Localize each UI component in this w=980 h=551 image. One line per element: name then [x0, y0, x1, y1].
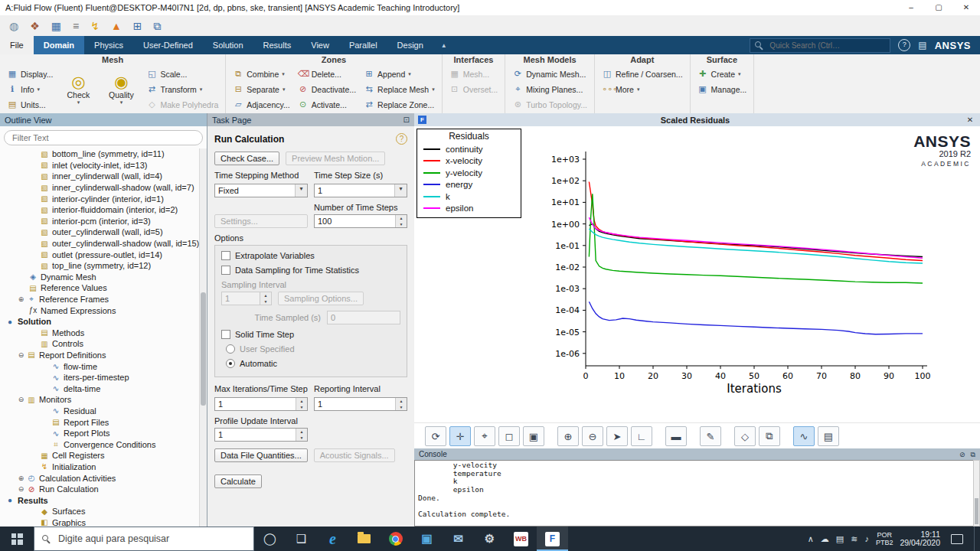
ribbon-tab-solution[interactable]: Solution [203, 36, 253, 54]
outline-item-outer-cylinderwall-shadow-wall-id-15[interactable]: ▧outer_cylinderwall-shadow (wall, id=15) [0, 238, 200, 249]
sphere-icon[interactable]: ◍ [9, 21, 18, 31]
scrollbar-thumb[interactable] [975, 498, 978, 524]
outline-item-convergence-conditions[interactable]: ⌗Convergence Conditions [0, 439, 200, 450]
quick-search-box[interactable] [750, 38, 890, 53]
outline-item-graphics[interactable]: ◧Graphics [0, 517, 200, 527]
quick-search-input[interactable] [768, 41, 885, 51]
edge-icon[interactable]: e [317, 527, 348, 551]
network-icon[interactable]: ≋ [851, 534, 858, 544]
ribbon-button-deactivate[interactable]: ⊘Deactivate... [296, 82, 358, 96]
data-sampling-checkbox[interactable]: Data Sampling for Time Statistics [221, 266, 400, 275]
ribbon-button-replace-mesh[interactable]: ⇆Replace Mesh▾ [362, 82, 436, 96]
outline-item-interior-cylinder-interior-id-1[interactable]: ▧interior-cylinder (interior, id=1) [0, 193, 200, 204]
ribbon-button-adjacency[interactable]: ▱Adjacency... [231, 97, 291, 112]
ribbon-button-replace-zone[interactable]: ⇄Replace Zone... [362, 97, 436, 112]
outline-item-outlet-pressure-outlet-id-14[interactable]: ▧outlet (pressure-outlet, id=14) [0, 249, 200, 260]
minimize-button[interactable]: – [897, 0, 925, 15]
outline-item-run-calculation[interactable]: ⊖⊘Run Calculation [0, 484, 200, 495]
checkbox-icon[interactable] [221, 330, 230, 339]
close-button[interactable]: ✕ [952, 0, 980, 15]
radio-selected-icon[interactable] [226, 359, 235, 368]
outline-item-delta-time[interactable]: ∿delta-time [0, 383, 200, 394]
spinner-arrows-icon[interactable] [296, 398, 307, 410]
photos-icon[interactable]: ▣ [411, 527, 443, 551]
help-icon[interactable]: ? [396, 133, 407, 145]
outline-item-residual[interactable]: ∿Residual [0, 406, 200, 417]
chevron-down-icon[interactable] [295, 184, 307, 197]
number-of-time-steps-spinner[interactable]: 100 [314, 214, 407, 228]
outline-item-report-definitions[interactable]: ⊖▤Report Definitions [0, 350, 200, 361]
spinner-arrows-icon[interactable] [395, 215, 407, 227]
ribbon-button-create[interactable]: ✚Create▾ [696, 67, 749, 81]
ribbon-button-append[interactable]: ⊞Append▾ [362, 67, 436, 81]
ribbon-button-transform[interactable]: ⇄Transform▾ [145, 82, 220, 96]
console-float-icon[interactable]: ⧉ [971, 451, 975, 458]
calculate-button[interactable]: Calculate [214, 474, 262, 488]
collapse-icon[interactable]: ⊖ [16, 485, 26, 493]
cloud-icon[interactable]: ☁ [821, 534, 829, 544]
outline-item-interior-fluiddomain-interior-id-2[interactable]: ▧interior-fluiddomain (interior, id=2) [0, 204, 200, 216]
outline-item-solution[interactable]: ●Solution [0, 316, 200, 328]
mesh-display-icon[interactable]: ▦ [51, 21, 61, 31]
ribbon-tab-design[interactable]: Design [387, 36, 433, 54]
orbit-icon[interactable]: ◇ [734, 426, 756, 446]
action-center-icon[interactable] [951, 534, 963, 544]
outline-item-inner-cylinderwall-wall-id-4[interactable]: ▧inner_cylinderwall (wall, id=4) [0, 171, 200, 182]
outline-item-results[interactable]: ●Results [0, 494, 200, 506]
outline-item-report-plots[interactable]: ∿Report Plots [0, 428, 200, 439]
ribbon-button-more[interactable]: ∘∘∘More▾ [600, 82, 684, 96]
workbench-box-icon[interactable]: ❖ [30, 21, 40, 31]
outline-item-initialization[interactable]: ↯Initialization [0, 461, 200, 473]
show-desktop-strip[interactable] [974, 527, 978, 551]
data-file-quantities-button[interactable]: Data File Quantities... [214, 448, 308, 462]
ribbon-collapse-icon[interactable]: ▲ [441, 36, 447, 54]
ribbon-button-quality[interactable]: ◉Quality▾ [102, 67, 140, 111]
fluent-flame-icon[interactable]: ▲ [111, 21, 122, 31]
outline-item-reference-frames[interactable]: ⊕⌖Reference Frames [0, 294, 200, 305]
zoom-out-icon[interactable]: ⊖ [582, 426, 603, 446]
start-button[interactable] [0, 527, 34, 551]
maximize-button[interactable]: ▢ [925, 0, 952, 15]
ribbon-button-manage[interactable]: ▣Manage... [696, 82, 749, 96]
user-specified-radio[interactable]: User Specified [226, 344, 400, 354]
rotate-view-icon[interactable]: ⟳ [425, 426, 446, 446]
outline-item-calculation-activities[interactable]: ⊕◴Calculation Activities [0, 472, 200, 484]
profile-update-interval-spinner[interactable]: 1 [214, 428, 308, 442]
ribbon-tab-physics[interactable]: Physics [84, 36, 133, 54]
chrome-icon[interactable] [380, 527, 411, 551]
task-view-icon[interactable]: ❑ [286, 527, 317, 551]
help-icon[interactable]: ? [898, 39, 910, 51]
lightning-icon[interactable]: ↯ [90, 21, 100, 31]
console-output[interactable]: y-velocity temperature k epsilonDone.Cal… [414, 460, 973, 527]
outline-item-top-line-symmetry-id-12[interactable]: ▧top_line (symmetry, id=12) [0, 260, 200, 272]
outline-item-reference-values[interactable]: ▤Reference Values [0, 282, 200, 294]
table-icon[interactable]: ⊞ [133, 21, 142, 31]
spinner-arrows-icon[interactable] [395, 398, 407, 410]
report-icon[interactable]: ▤ [818, 426, 839, 446]
outline-item-inner-cylinderwall-shadow-wall-id-7[interactable]: ▧inner_cylinderwall-shadow (wall, id=7) [0, 182, 200, 194]
probe-icon[interactable]: ➤ [606, 426, 628, 446]
ribbon-button-combine[interactable]: ⧉Combine▾ [231, 67, 291, 81]
collapse-icon[interactable]: ⊖ [16, 396, 26, 403]
ribbon-tab-parallel[interactable]: Parallel [339, 36, 387, 54]
ribbon-button-scale[interactable]: ◱Scale... [145, 67, 220, 81]
outline-item-bottom-line-symmetry-id-11[interactable]: ▧bottom_line (symmetry, id=11) [0, 148, 200, 160]
scrollbar-thumb[interactable] [201, 292, 206, 406]
checkbox-icon[interactable] [221, 266, 230, 275]
spinner-arrows-icon[interactable] [296, 429, 307, 441]
outline-item-named-expressions[interactable]: ƒxNamed Expressions [0, 305, 200, 316]
console-scrollbar[interactable] [973, 460, 980, 527]
axes-icon[interactable]: ∟ [631, 426, 652, 446]
volume-icon[interactable]: ♪ [864, 534, 869, 543]
save-picture-icon[interactable]: ▣ [523, 426, 544, 446]
outline-item-flow-time[interactable]: ∿flow-time [0, 360, 200, 372]
time-stepping-method-select[interactable]: Fixed [214, 184, 308, 197]
workbench-icon[interactable]: WB [505, 527, 537, 551]
windows-layout-icon[interactable]: ⧉ [154, 21, 162, 31]
ribbon-button-mixing-planes[interactable]: ⌖Mixing Planes... [511, 82, 589, 96]
outline-item-outer-cylinderwall-wall-id-5[interactable]: ▧outer_cylinderwall (wall, id=5) [0, 227, 200, 238]
ribbon-button-info[interactable]: ℹInfo▾ [5, 82, 54, 96]
journal-icon[interactable]: ≡ [73, 21, 79, 31]
ribbon-tab-file[interactable]: File [0, 36, 34, 54]
reporting-interval-spinner[interactable]: 1 [314, 397, 407, 411]
